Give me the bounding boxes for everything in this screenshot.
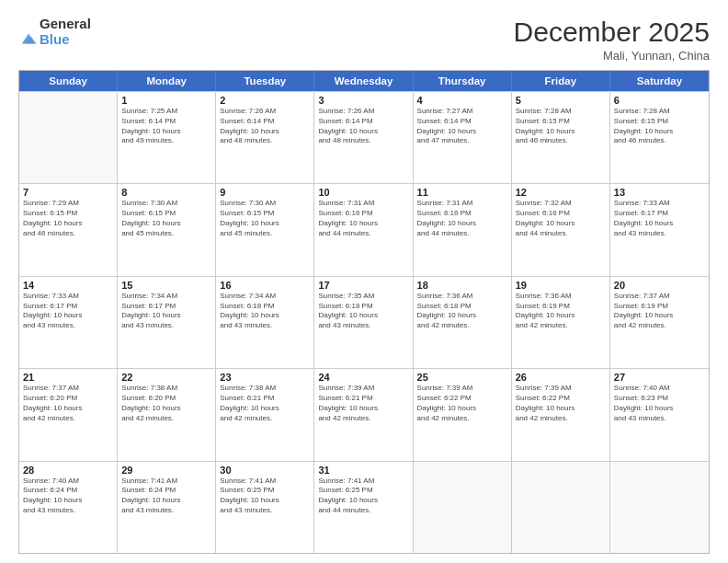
day-number: 16 — [220, 280, 310, 291]
day-info: Sunrise: 7:26 AM Sunset: 6:14 PM Dayligh… — [220, 107, 310, 146]
day-info: Sunrise: 7:40 AM Sunset: 6:23 PM Dayligh… — [614, 384, 705, 423]
weekday-tuesday: Tuesday — [216, 71, 314, 91]
day-info: Sunrise: 7:41 AM Sunset: 6:25 PM Dayligh… — [220, 477, 310, 516]
day-cell-7: 7Sunrise: 7:29 AM Sunset: 6:15 PM Daylig… — [19, 184, 118, 275]
day-number: 4 — [417, 95, 507, 106]
day-cell-26: 26Sunrise: 7:39 AM Sunset: 6:22 PM Dayli… — [512, 369, 610, 460]
day-number: 11 — [417, 187, 507, 198]
day-number: 28 — [23, 465, 113, 476]
empty-cell-4-6 — [610, 462, 709, 553]
calendar-row-1: 7Sunrise: 7:29 AM Sunset: 6:15 PM Daylig… — [19, 183, 709, 275]
day-cell-18: 18Sunrise: 7:36 AM Sunset: 6:18 PM Dayli… — [414, 277, 512, 368]
day-info: Sunrise: 7:41 AM Sunset: 6:24 PM Dayligh… — [121, 477, 211, 516]
day-cell-30: 30Sunrise: 7:41 AM Sunset: 6:25 PM Dayli… — [216, 462, 314, 553]
calendar-row-0: 1Sunrise: 7:25 AM Sunset: 6:14 PM Daylig… — [19, 91, 709, 183]
day-number: 30 — [220, 465, 310, 476]
day-cell-14: 14Sunrise: 7:33 AM Sunset: 6:17 PM Dayli… — [19, 277, 118, 368]
day-cell-13: 13Sunrise: 7:33 AM Sunset: 6:17 PM Dayli… — [610, 184, 709, 275]
day-info: Sunrise: 7:33 AM Sunset: 6:17 PM Dayligh… — [614, 199, 705, 238]
empty-cell-4-5 — [512, 462, 610, 553]
day-cell-3: 3Sunrise: 7:26 AM Sunset: 6:14 PM Daylig… — [314, 92, 413, 183]
day-cell-27: 27Sunrise: 7:40 AM Sunset: 6:23 PM Dayli… — [610, 369, 709, 460]
calendar-body: 1Sunrise: 7:25 AM Sunset: 6:14 PM Daylig… — [19, 91, 709, 553]
calendar-row-2: 14Sunrise: 7:33 AM Sunset: 6:17 PM Dayli… — [19, 276, 709, 368]
day-number: 2 — [220, 95, 310, 106]
day-info: Sunrise: 7:39 AM Sunset: 6:22 PM Dayligh… — [417, 384, 507, 423]
day-number: 3 — [318, 95, 408, 106]
day-cell-29: 29Sunrise: 7:41 AM Sunset: 6:24 PM Dayli… — [118, 462, 216, 553]
day-info: Sunrise: 7:39 AM Sunset: 6:21 PM Dayligh… — [318, 384, 408, 423]
day-number: 31 — [318, 465, 408, 476]
day-info: Sunrise: 7:25 AM Sunset: 6:14 PM Dayligh… — [121, 107, 211, 146]
day-number: 15 — [121, 280, 211, 291]
day-cell-24: 24Sunrise: 7:39 AM Sunset: 6:21 PM Dayli… — [314, 369, 413, 460]
day-info: Sunrise: 7:38 AM Sunset: 6:20 PM Dayligh… — [121, 384, 211, 423]
day-info: Sunrise: 7:28 AM Sunset: 6:15 PM Dayligh… — [614, 107, 705, 146]
day-cell-17: 17Sunrise: 7:35 AM Sunset: 6:18 PM Dayli… — [314, 277, 413, 368]
day-cell-22: 22Sunrise: 7:38 AM Sunset: 6:20 PM Dayli… — [118, 369, 216, 460]
day-info: Sunrise: 7:27 AM Sunset: 6:14 PM Dayligh… — [417, 107, 507, 146]
day-number: 12 — [516, 187, 606, 198]
page: General Blue December 2025 Mali, Yunnan,… — [0, 0, 728, 563]
day-cell-28: 28Sunrise: 7:40 AM Sunset: 6:24 PM Dayli… — [19, 462, 118, 553]
day-cell-20: 20Sunrise: 7:37 AM Sunset: 6:19 PM Dayli… — [610, 277, 709, 368]
day-cell-23: 23Sunrise: 7:38 AM Sunset: 6:21 PM Dayli… — [216, 369, 314, 460]
location: Mali, Yunnan, China — [514, 49, 710, 63]
day-info: Sunrise: 7:34 AM Sunset: 6:18 PM Dayligh… — [220, 292, 310, 331]
empty-cell-4-4 — [414, 462, 512, 553]
logo-blue: Blue — [40, 32, 91, 48]
day-info: Sunrise: 7:39 AM Sunset: 6:22 PM Dayligh… — [516, 384, 606, 423]
title-block: December 2025 Mali, Yunnan, China — [514, 17, 710, 63]
day-number: 29 — [121, 465, 211, 476]
calendar-row-4: 28Sunrise: 7:40 AM Sunset: 6:24 PM Dayli… — [19, 461, 709, 553]
weekday-thursday: Thursday — [414, 71, 512, 91]
day-info: Sunrise: 7:37 AM Sunset: 6:20 PM Dayligh… — [23, 384, 113, 423]
weekday-saturday: Saturday — [610, 71, 709, 91]
day-number: 5 — [516, 95, 606, 106]
day-cell-25: 25Sunrise: 7:39 AM Sunset: 6:22 PM Dayli… — [414, 369, 512, 460]
calendar: SundayMondayTuesdayWednesdayThursdayFrid… — [18, 70, 710, 554]
day-cell-1: 1Sunrise: 7:25 AM Sunset: 6:14 PM Daylig… — [118, 92, 216, 183]
day-cell-21: 21Sunrise: 7:37 AM Sunset: 6:20 PM Dayli… — [19, 369, 118, 460]
day-info: Sunrise: 7:28 AM Sunset: 6:15 PM Dayligh… — [516, 107, 606, 146]
day-cell-16: 16Sunrise: 7:34 AM Sunset: 6:18 PM Dayli… — [216, 277, 314, 368]
day-number: 8 — [121, 187, 211, 198]
day-cell-15: 15Sunrise: 7:34 AM Sunset: 6:17 PM Dayli… — [118, 277, 216, 368]
day-number: 25 — [417, 372, 507, 383]
day-number: 9 — [220, 187, 310, 198]
day-info: Sunrise: 7:40 AM Sunset: 6:24 PM Dayligh… — [23, 477, 113, 516]
day-cell-11: 11Sunrise: 7:31 AM Sunset: 6:16 PM Dayli… — [414, 184, 512, 275]
day-number: 20 — [614, 280, 705, 291]
day-info: Sunrise: 7:33 AM Sunset: 6:17 PM Dayligh… — [23, 292, 113, 331]
logo-general: General — [40, 17, 91, 32]
day-info: Sunrise: 7:36 AM Sunset: 6:18 PM Dayligh… — [417, 292, 507, 331]
day-cell-4: 4Sunrise: 7:27 AM Sunset: 6:14 PM Daylig… — [414, 92, 512, 183]
month-title: December 2025 — [514, 17, 710, 47]
day-info: Sunrise: 7:26 AM Sunset: 6:14 PM Dayligh… — [318, 107, 408, 146]
day-cell-31: 31Sunrise: 7:41 AM Sunset: 6:25 PM Dayli… — [314, 462, 413, 553]
day-info: Sunrise: 7:37 AM Sunset: 6:19 PM Dayligh… — [614, 292, 705, 331]
logo: General Blue — [18, 17, 91, 47]
day-info: Sunrise: 7:35 AM Sunset: 6:18 PM Dayligh… — [318, 292, 408, 331]
weekday-sunday: Sunday — [19, 71, 118, 91]
day-number: 26 — [516, 372, 606, 383]
day-info: Sunrise: 7:30 AM Sunset: 6:15 PM Dayligh… — [220, 199, 310, 238]
day-number: 14 — [23, 280, 113, 291]
logo-icon — [20, 30, 37, 47]
day-info: Sunrise: 7:36 AM Sunset: 6:19 PM Dayligh… — [516, 292, 606, 331]
day-info: Sunrise: 7:31 AM Sunset: 6:16 PM Dayligh… — [318, 199, 408, 238]
day-number: 6 — [614, 95, 705, 106]
day-number: 27 — [614, 372, 705, 383]
day-cell-6: 6Sunrise: 7:28 AM Sunset: 6:15 PM Daylig… — [610, 92, 709, 183]
empty-cell-0-0 — [19, 92, 118, 183]
header: General Blue December 2025 Mali, Yunnan,… — [18, 17, 710, 63]
day-number: 19 — [516, 280, 606, 291]
day-cell-5: 5Sunrise: 7:28 AM Sunset: 6:15 PM Daylig… — [512, 92, 610, 183]
weekday-wednesday: Wednesday — [314, 71, 413, 91]
day-cell-12: 12Sunrise: 7:32 AM Sunset: 6:16 PM Dayli… — [512, 184, 610, 275]
day-info: Sunrise: 7:30 AM Sunset: 6:15 PM Dayligh… — [121, 199, 211, 238]
calendar-row-3: 21Sunrise: 7:37 AM Sunset: 6:20 PM Dayli… — [19, 368, 709, 460]
weekday-monday: Monday — [118, 71, 216, 91]
day-info: Sunrise: 7:32 AM Sunset: 6:16 PM Dayligh… — [516, 199, 606, 238]
day-number: 23 — [220, 372, 310, 383]
